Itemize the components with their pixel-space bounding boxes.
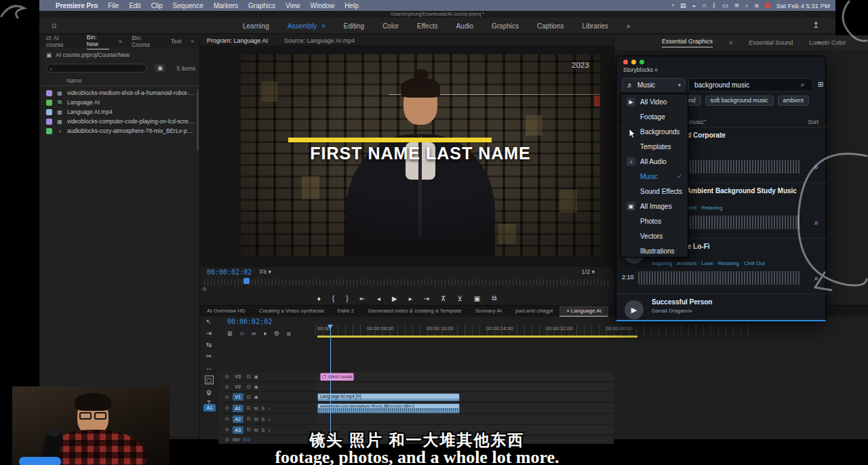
- panel-menu-icon[interactable]: ≡: [654, 66, 658, 73]
- sequence-tab[interactable]: AI Overview HD: [200, 306, 252, 317]
- track-target-a1[interactable]: A1: [233, 405, 243, 412]
- workspace-tab-graphics[interactable]: Graphics: [492, 22, 519, 30]
- comparison-view-icon[interactable]: ⧉: [492, 294, 496, 302]
- source-patch-a1[interactable]: A1: [203, 404, 216, 411]
- tab-program[interactable]: Program: Language AI: [207, 37, 268, 44]
- linked-selection-icon[interactable]: ∞: [252, 330, 256, 338]
- menu-view[interactable]: View: [285, 2, 300, 9]
- lock-icon[interactable]: ⊙: [225, 374, 229, 380]
- menu-graphics[interactable]: Graphics: [248, 2, 275, 9]
- scrollbar[interactable]: [197, 89, 199, 150]
- mute-icon[interactable]: M: [254, 406, 258, 411]
- timeline-settings-icon[interactable]: ⚙: [274, 330, 279, 338]
- eye-icon[interactable]: ◉: [254, 395, 258, 400]
- play-button[interactable]: ▶: [625, 300, 644, 319]
- suggestion-chip[interactable]: soft background music: [705, 96, 774, 106]
- workspace-tab-captions[interactable]: Captions: [537, 22, 564, 30]
- chrome-icon[interactable]: ◒: [692, 2, 696, 9]
- step-forward-icon[interactable]: ▸: [409, 295, 412, 302]
- music-result[interactable]: ▶ Successful Person Danail Draganov: [616, 294, 827, 321]
- captions-icon[interactable]: ⧈: [287, 330, 291, 338]
- insert-overwrite-icon[interactable]: ⊞: [227, 330, 233, 338]
- storyblocks-tab[interactable]: Storyblocks: [623, 66, 653, 73]
- track-tags[interactable]: Inspiring · Ambient · Love · Relaxing · …: [652, 260, 801, 266]
- export-frame-icon[interactable]: ▣: [474, 295, 480, 302]
- sequence-tab[interactable]: Generated video & creating a Template: [361, 306, 469, 317]
- track-target-v2[interactable]: V2: [233, 383, 243, 390]
- window-switcher-icon[interactable]: ◔: [671, 2, 674, 9]
- lock-icon[interactable]: ⊙: [225, 384, 229, 390]
- project-search-input[interactable]: ⌕: [46, 64, 146, 73]
- workspace-tab-libraries[interactable]: Libraries: [582, 22, 608, 30]
- timeline-timecode[interactable]: 00:00:02:02: [227, 318, 272, 325]
- program-scrubber[interactable]: [204, 279, 610, 285]
- battery-icon[interactable]: ▭: [722, 2, 728, 9]
- program-timecode[interactable]: 00:00:02:02: [207, 268, 252, 276]
- fit-dropdown[interactable]: Fit ▾: [260, 268, 271, 275]
- new-bin-icon[interactable]: ▣: [155, 64, 165, 73]
- label-swatch[interactable]: [46, 90, 52, 96]
- razor-tool-icon[interactable]: ✂: [206, 352, 212, 360]
- project-row[interactable]: ▦ videoblocks-medium-shot-of-a-humanoid-…: [41, 88, 199, 98]
- track-target-a2[interactable]: A2: [233, 416, 243, 423]
- program-playhead[interactable]: [243, 278, 250, 284]
- menu-sequence[interactable]: Sequence: [173, 2, 203, 9]
- track-lane-a2[interactable]: [315, 414, 614, 424]
- project-row[interactable]: ▦ Language AI.mp4: [41, 107, 199, 117]
- menu-item-sound-effects[interactable]: Sound Effects: [621, 184, 688, 199]
- track-select-tool-icon[interactable]: ⇥: [206, 329, 212, 337]
- keyboard-icon[interactable]: ▤: [680, 2, 686, 9]
- ripple-edit-tool-icon[interactable]: ⇆: [206, 341, 212, 348]
- add-marker-icon[interactable]: ♦: [317, 295, 321, 302]
- menu-item-photos[interactable]: Photos: [621, 214, 688, 228]
- sequence-tab[interactable]: Creating a Video synthesia: [252, 306, 330, 317]
- workspace-tab-effects[interactable]: Effects: [417, 22, 437, 30]
- workspace-tab-editing[interactable]: Editing: [344, 22, 365, 30]
- tab-lumetri-color[interactable]: Lumetri Color: [809, 39, 846, 46]
- wifi-icon[interactable]: ≋: [734, 2, 739, 9]
- find-similar-icon[interactable]: ⌕: [814, 163, 818, 171]
- workspace-overflow-icon[interactable]: »: [627, 22, 631, 30]
- menu-item-all-audio[interactable]: ♪All Audio: [621, 154, 688, 169]
- menu-item-footage[interactable]: Footage: [621, 109, 688, 124]
- menu-clock[interactable]: Sat Feb 4 5:31 PM: [776, 2, 830, 9]
- tab-project-ai-course[interactable]: ct: AI course: [46, 35, 77, 48]
- eye-icon[interactable]: ◉: [254, 384, 258, 390]
- timeline-ruler[interactable]: 00:00 00:00:08:00 00:00:16:00 00:00:24:0…: [315, 325, 749, 336]
- mic-icon[interactable]: ♪: [268, 417, 271, 422]
- lock-icon[interactable]: ⊙: [225, 395, 229, 400]
- solo-icon[interactable]: S: [262, 406, 265, 411]
- sequence-tab-active[interactable]: × Language AI: [559, 306, 608, 317]
- find-similar-icon[interactable]: ⌕: [814, 274, 818, 283]
- work-area-bar[interactable]: [317, 336, 637, 338]
- sort-button[interactable]: Sort: [808, 119, 818, 125]
- category-dropdown[interactable]: ♬ Music ▾: [622, 78, 686, 92]
- menu-clip[interactable]: Clip: [151, 2, 163, 9]
- video-frame[interactable]: 2023 FIRST NAME LAST NAME: [241, 54, 600, 256]
- go-to-in-icon[interactable]: ⇤: [360, 295, 366, 302]
- bluetooth-icon[interactable]: ᛒ: [713, 2, 716, 9]
- spotlight-icon[interactable]: ⌕: [745, 2, 749, 9]
- track-target-v3[interactable]: V3: [233, 373, 243, 380]
- extract-icon[interactable]: ⊻: [457, 295, 462, 302]
- menu-edit[interactable]: Edit: [129, 2, 140, 9]
- go-to-out-icon[interactable]: ⇥: [424, 295, 429, 302]
- sequence-tab[interactable]: Sunnary AI: [469, 306, 509, 317]
- tab-bin-course[interactable]: Bin: Course: [132, 35, 161, 48]
- track-lane-v3[interactable]: [315, 372, 614, 382]
- search-icon[interactable]: ⌕: [801, 81, 805, 89]
- play-icon[interactable]: ▶: [392, 295, 397, 302]
- headphones-icon[interactable]: ∩: [702, 2, 706, 9]
- layout-grid-icon[interactable]: ⊞: [816, 78, 825, 92]
- timeline-playhead[interactable]: [330, 325, 331, 437]
- workspace-tab-audio[interactable]: Audio: [456, 22, 473, 30]
- menu-premiere-pro[interactable]: Premiere Pro: [56, 2, 98, 9]
- menu-item-music[interactable]: Music✓: [621, 169, 688, 184]
- slip-tool-icon[interactable]: ↔: [205, 364, 212, 371]
- hand-tool-icon[interactable]: ψ: [206, 388, 211, 396]
- mark-in-icon[interactable]: {: [332, 295, 334, 302]
- video-clip[interactable]: Language AI.mp4 [V]: [317, 393, 460, 401]
- zoom-window-icon[interactable]: [639, 60, 644, 64]
- mic-icon[interactable]: ♪: [268, 406, 271, 411]
- storyblocks-search-input[interactable]: [688, 78, 813, 92]
